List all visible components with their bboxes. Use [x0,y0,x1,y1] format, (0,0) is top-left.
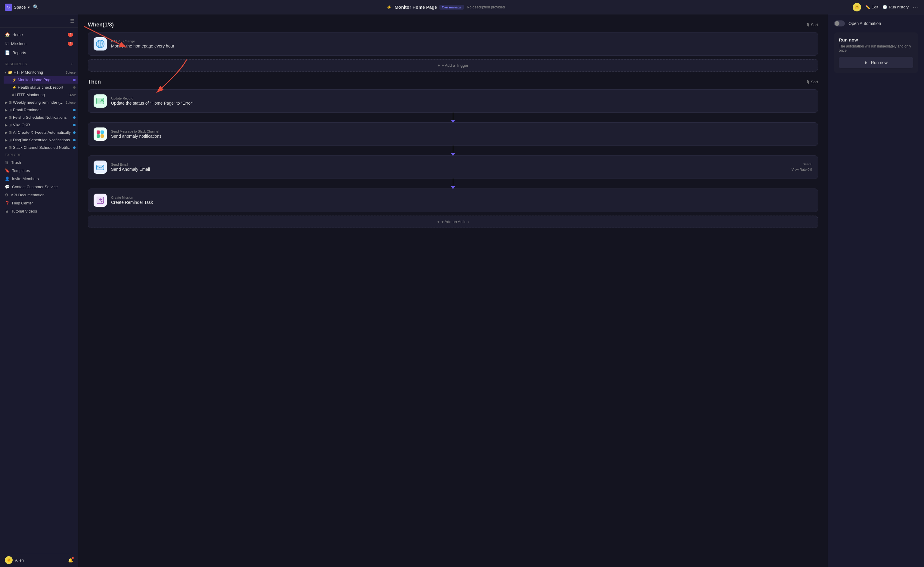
sidebar-item-home[interactable]: 🏠 Home 4 [0,30,78,39]
action-card-email[interactable]: Send Email Send Anomaly Email Sent 0 Vie… [88,155,818,179]
sidebar-item-dingtalk[interactable]: ▶ ⊞ DingTalk Scheduled Notifications [0,136,78,144]
add-trigger-button[interactable]: + + Add a Trigger [88,59,818,72]
http-monitoring-children: ⚡ Monitor Home Page ⚡ Health status chec… [0,76,78,99]
search-icon[interactable]: 🔍 [33,4,39,10]
blue-dot-badge [73,109,75,111]
more-options-button[interactable]: ··· [913,4,919,10]
space-label: Space [14,5,26,10]
sidebar-item-tutorial[interactable]: 🖥 Tutorial Videos [0,207,78,215]
add-resource-button[interactable]: + [71,62,73,67]
email-icon-wrap [93,160,107,174]
trigger-type: HTTP If Change [111,39,812,43]
run-now-button[interactable]: ⏵ Run now [839,57,913,68]
svg-marker-11 [451,120,455,123]
mission-info: Create Mission Create Reminder Task [111,196,812,205]
sidebar-item-feishu[interactable]: ▶ ⊞ Feishu Scheduled Notifications [0,114,78,121]
grid-icon: ⊞ [9,138,12,142]
open-automation-toggle[interactable] [834,21,845,27]
run-now-section: Run now The automation will run immediat… [834,33,918,73]
sidebar-item-health-status[interactable]: ⚡ Health status check report [4,84,78,91]
sidebar: ☰ 🏠 Home 4 ☑ Missions 4 📄 Reports Resour… [0,14,78,567]
help-label: Help Center [12,201,33,206]
sidebar-item-contact[interactable]: 💬 Contact Customer Service [0,183,78,191]
action-card-slack[interactable]: Send Message to Slack Channel Send anoma… [88,122,818,146]
sidebar-item-api[interactable]: ⚙ API Documentation [0,191,78,199]
edit-icon: ✏️ [865,5,870,9]
sidebar-item-email-reminder[interactable]: ▶ ⊞ Email Reminder [0,106,78,114]
then-title: Then [88,79,101,85]
templates-icon: 🔖 [5,168,10,173]
weekly-badge: 1piece [66,101,75,104]
blue-dot-badge [73,139,75,141]
reports-icon: 📄 [5,50,10,55]
email-icon [96,163,105,172]
page-title-header: ⚡ Monitor Home Page Can manage [387,4,464,10]
sidebar-item-http-monitoring-data[interactable]: # HTTP Monitoring 5row [4,91,78,99]
slack-type: Send Message to Slack Channel [111,130,812,133]
sidebar-item-reports[interactable]: 📄 Reports [0,48,78,57]
mission-icon [96,196,105,205]
sidebar-item-slack-channel[interactable]: ▶ ⊞ Slack Channel Scheduled Notification… [0,144,78,151]
update-record-info: Update Record Update the status of "Home… [111,96,812,105]
sidebar-nav-section: 🏠 Home 4 ☑ Missions 4 📄 Reports [0,28,78,60]
sidebar-reports-label: Reports [12,51,26,55]
trigger-card[interactable]: HTTP If Change Monitor the homepage ever… [88,32,818,56]
update-record-icon [95,96,105,106]
svg-rect-14 [96,134,100,138]
automation-icon: ⚡ [12,78,17,82]
resources-label: Resources [5,62,27,66]
when-section: When(1/3) ⇅ Sort [88,22,818,72]
sidebar-footer: 🌞 Allen 🔔 [0,553,78,567]
svg-marker-21 [451,186,455,189]
chevron-right-icon: ▶ [5,138,8,142]
sidebar-item-trash[interactable]: 🗑 Trash [0,158,78,166]
help-icon: ❓ [5,201,10,206]
mission-icon-wrap [93,194,107,207]
http-monitoring-data-label: HTTP Monitoring [15,93,67,97]
sidebar-item-monitor-home-page[interactable]: ⚡ Monitor Home Page [4,76,78,84]
templates-label: Templates [12,168,30,173]
grid-icon: # [12,93,14,97]
run-now-title: Run now [839,37,913,42]
action-card-update-record[interactable]: Update Record Update the status of "Home… [88,89,818,113]
sidebar-item-ai-create[interactable]: ▶ ⊞ AI Create X Tweets Automatically [0,129,78,136]
sidebar-item-http-monitoring[interactable]: ▾ 📁 HTTP Monitoring 5piece [0,69,78,76]
dingtalk-label: DingTalk Scheduled Notifications [13,138,72,142]
email-info: Send Email Send Anomaly Email [111,163,787,172]
then-sort-button[interactable]: ⇅ Sort [806,80,818,84]
header-left: S Space ▾ 🔍 [5,4,39,11]
connector-1 [88,113,818,122]
email-reminder-label: Email Reminder [13,108,72,112]
feishu-label: Feishu Scheduled Notifications [13,115,72,120]
grid-icon: ⊞ [9,108,12,112]
sidebar-item-missions[interactable]: ☑ Missions 4 [0,39,78,48]
add-action-button[interactable]: + + Add an Action [88,216,818,228]
chevron-right-icon: ▶ [5,130,8,135]
connector-2 [88,146,818,155]
edit-button[interactable]: ✏️ Edit [865,5,878,9]
sidebar-item-weekly[interactable]: ▶ ⊞ Weekly meeting reminder (S... 1piece [0,99,78,106]
grid-icon: ⊞ [9,116,12,120]
svg-rect-12 [96,130,100,134]
sidebar-menu-icon[interactable]: ☰ [69,17,75,25]
contact-label: Contact Customer Service [12,184,58,189]
action-card-mission[interactable]: Create Mission Create Reminder Task [88,189,818,212]
page-title: Monitor Home Page [394,4,437,10]
missions-icon: ☑ [5,41,9,46]
missions-badge: 4 [68,42,73,46]
sidebar-item-vika-okr[interactable]: ▶ ⊞ Vika OKR [0,121,78,129]
run-history-button[interactable]: 🕐 Run history [882,5,909,9]
space-button[interactable]: S Space ▾ [5,4,30,11]
header-right: 😊 ✏️ Edit 🕐 Run history ··· [853,3,919,11]
http-monitoring-data-badge: 5row [68,93,75,97]
invite-icon: 👤 [5,177,10,181]
top-header: S Space ▾ 🔍 ⚡ Monitor Home Page Can mana… [0,0,924,14]
chevron-right-icon: ▶ [5,146,8,150]
when-sort-button[interactable]: ⇅ Sort [806,22,818,27]
http-monitoring-label: HTTP Monitoring [14,70,65,75]
sidebar-item-invite[interactable]: 👤 Invite Members [0,175,78,183]
sidebar-item-help[interactable]: ❓ Help Center [0,199,78,207]
notification-bell[interactable]: 🔔 [68,558,73,562]
trash-icon: 🗑 [5,160,9,165]
sidebar-item-templates[interactable]: 🔖 Templates [0,166,78,175]
